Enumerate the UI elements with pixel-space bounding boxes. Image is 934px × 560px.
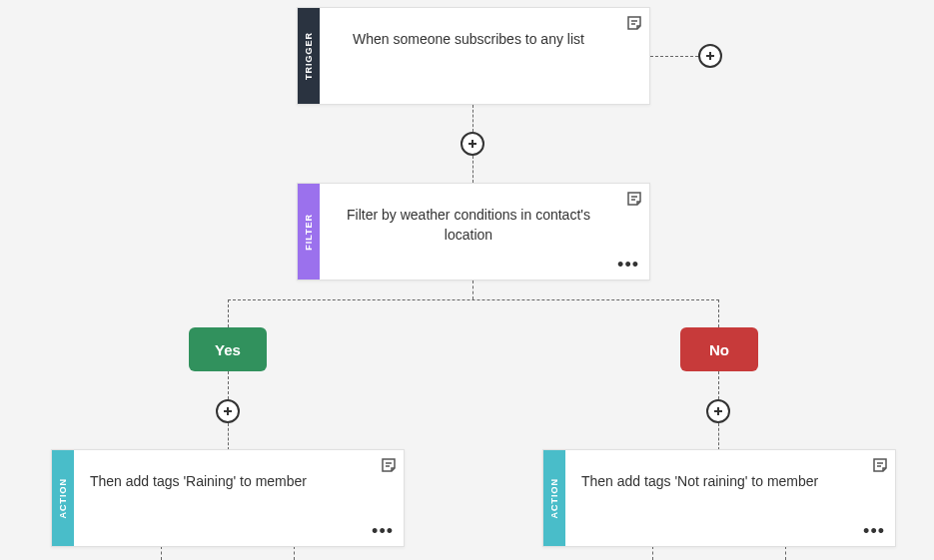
note-icon[interactable] [625,190,643,208]
more-icon[interactable]: ••• [863,522,885,540]
add-after-trigger-right[interactable] [698,44,722,68]
connector [228,299,719,300]
connector [652,546,653,560]
note-icon[interactable] [625,14,643,32]
connector [718,371,719,399]
add-after-yes[interactable] [216,399,240,423]
action-no-text: Then add tags 'Not raining' to member [581,472,847,492]
action-tab: ACTION [52,450,74,546]
connector [785,546,786,560]
connector [161,546,162,560]
more-icon[interactable]: ••• [617,256,639,274]
connector [718,299,719,327]
action-tab: ACTION [543,450,565,546]
connector [228,423,229,450]
connector [472,156,473,183]
add-after-trigger-below[interactable] [461,132,484,156]
connector [472,105,473,132]
connector [228,299,229,327]
filter-tab: FILTER [298,184,320,280]
action-no-node[interactable]: ACTION Then add tags 'Not raining' to me… [542,449,896,547]
more-icon[interactable]: ••• [372,522,394,540]
connector [228,371,229,399]
connector [718,423,719,450]
filter-text: Filter by weather conditions in contact'… [336,206,601,245]
action-yes-text: Then add tags 'Raining' to member [90,472,356,492]
action-yes-node[interactable]: ACTION Then add tags 'Raining' to member… [51,449,405,547]
trigger-node[interactable]: TRIGGER When someone subscribes to any l… [297,7,650,105]
branch-yes[interactable]: Yes [189,327,267,371]
add-after-no[interactable] [706,399,730,423]
branch-no[interactable]: No [680,327,758,371]
connector [472,280,473,299]
note-icon[interactable] [380,456,398,474]
filter-node[interactable]: FILTER Filter by weather conditions in c… [297,183,650,280]
note-icon[interactable] [871,456,889,474]
trigger-text: When someone subscribes to any list [336,30,601,50]
trigger-tab: TRIGGER [298,8,320,104]
connector [294,546,295,560]
connector [650,56,698,57]
